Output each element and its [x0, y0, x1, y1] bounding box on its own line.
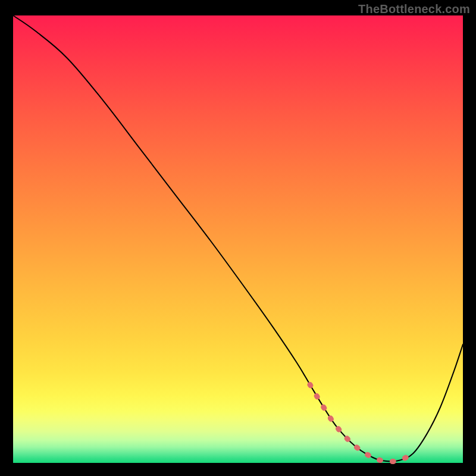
optimal-range-marker [310, 384, 414, 461]
watermark-label: TheBottleneck.com [358, 2, 470, 16]
chart-frame: TheBottleneck.com [0, 0, 476, 476]
bottleneck-curve [13, 15, 463, 462]
curve-layer [13, 15, 463, 463]
plot-area [13, 15, 463, 463]
